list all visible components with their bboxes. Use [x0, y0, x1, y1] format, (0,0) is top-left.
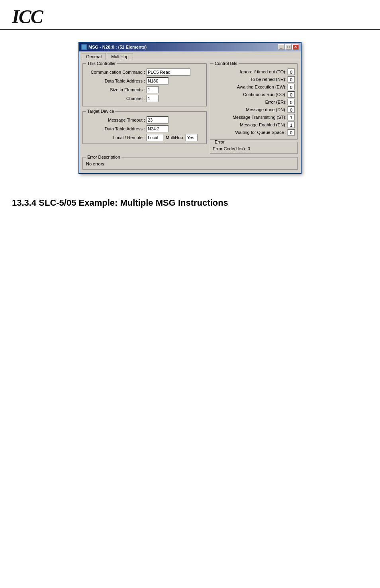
local-remote-row: Local / Remote : MultiHop:: [85, 134, 204, 141]
channel-row: Channel :: [85, 95, 204, 102]
target-data-table-row: Data Table Address :: [85, 125, 204, 132]
msg-timeout-row: Message Timeout :: [85, 116, 204, 124]
multihop-input[interactable]: [186, 134, 198, 141]
icc-logo: ICC: [12, 7, 43, 26]
bit-value-5: 0: [288, 106, 295, 113]
bit-value-1: 0: [288, 76, 295, 83]
data-table-address-row: Data Table Address :: [85, 77, 204, 85]
bit-label-0: Ignore if timed out (TO):: [240, 69, 286, 74]
bit-row-4: Error (ER): 0: [213, 99, 295, 105]
bit-label-6: Message Transmitting (ST):: [233, 115, 286, 120]
error-code-label: Error Code(Hex):: [213, 146, 246, 151]
channel-label: Channel :: [85, 96, 145, 101]
titlebar-buttons[interactable]: _ □ ✕: [278, 44, 299, 50]
control-bits-label: Control Bits: [214, 61, 239, 66]
error-code-row: Error Code(Hex): 0: [213, 146, 295, 151]
comm-command-label: Communication Command :: [85, 70, 145, 75]
error-desc-title: Error Description: [86, 155, 121, 159]
maximize-button[interactable]: □: [285, 44, 292, 50]
this-controller-group: This Controller Communication Command : …: [82, 63, 207, 106]
minimize-button[interactable]: _: [278, 44, 284, 50]
bit-value-8: 0: [288, 129, 295, 136]
bit-label-4: Error (ER):: [265, 100, 286, 104]
bit-value-0: 0: [288, 69, 295, 75]
target-data-table-label: Data Table Address :: [85, 126, 145, 131]
page-content: MSG - N20:0 : (51 Elements) _ □ ✕ Genera…: [0, 42, 380, 208]
bit-value-7: 1: [288, 122, 295, 128]
bit-value-2: 0: [288, 84, 295, 90]
error-desc-group: Error Description No errors: [82, 157, 298, 170]
tab-general[interactable]: General: [82, 53, 106, 60]
dialog-titlebar: MSG - N20:0 : (51 Elements) _ □ ✕: [79, 43, 301, 51]
data-table-address-label: Data Table Address :: [85, 79, 145, 83]
bit-label-5: Message done (DN):: [246, 107, 287, 112]
local-remote-label: Local / Remote :: [85, 135, 145, 140]
section-heading: 13.3.4 SLC-5/05 Example: Multiple MSG In…: [12, 198, 368, 208]
bit-label-2: Awaiting Execution (EW):: [237, 85, 286, 89]
dialog-wrapper: MSG - N20:0 : (51 Elements) _ □ ✕ Genera…: [12, 42, 368, 174]
target-device-group: Target Device Message Timeout : Data Tab…: [82, 111, 207, 144]
size-elements-input[interactable]: [147, 86, 159, 93]
comm-command-row: Communication Command :: [85, 69, 204, 76]
comm-command-input[interactable]: [147, 69, 190, 76]
dialog-icon: [81, 44, 87, 50]
bit-row-7: Message Enabled (EN): 1: [213, 122, 295, 128]
bit-label-8: Waiting for Queue Space :: [235, 130, 286, 135]
bit-row-0: Ignore if timed out (TO): 0: [213, 69, 295, 75]
msg-timeout-input[interactable]: [147, 116, 168, 124]
data-table-address-input[interactable]: [147, 77, 168, 85]
msg-timeout-label: Message Timeout :: [85, 118, 145, 122]
bit-label-7: Message Enabled (EN):: [240, 122, 286, 127]
local-remote-input[interactable]: [147, 134, 163, 141]
size-elements-row: Size in Elements :: [85, 86, 204, 93]
bit-value-6: 1: [288, 114, 295, 120]
error-group-label: Error: [214, 140, 225, 144]
size-elements-label: Size in Elements :: [85, 87, 145, 92]
bit-label-3: Continuous Run (CO):: [243, 92, 286, 97]
dialog-bottom: Error Description No errors: [79, 157, 301, 173]
dialog-tabs: General MultiHop: [79, 51, 301, 60]
bit-value-4: 0: [288, 99, 295, 105]
close-button[interactable]: ✕: [292, 44, 299, 50]
bit-row-3: Continuous Run (CO): 0: [213, 91, 295, 98]
this-controller-label: This Controller: [86, 61, 117, 66]
target-device-label: Target Device: [86, 109, 115, 114]
right-panel: Control Bits Ignore if timed out (TO): 0…: [210, 63, 298, 154]
error-desc-text: No errors: [85, 161, 295, 167]
error-code-value: 0: [248, 146, 250, 151]
dialog-body: This Controller Communication Command : …: [79, 60, 301, 157]
page-header: ICC: [0, 0, 380, 30]
bit-row-6: Message Transmitting (ST): 1: [213, 114, 295, 120]
tab-multihop[interactable]: MultiHop: [107, 53, 133, 60]
bit-row-1: To be retried (NR): 0: [213, 76, 295, 83]
dialog-title: MSG - N20:0 : (51 Elements): [88, 45, 147, 49]
bit-value-3: 0: [288, 91, 295, 98]
left-panel: This Controller Communication Command : …: [82, 63, 207, 154]
error-group: Error Error Code(Hex): 0: [210, 142, 298, 154]
msg-dialog: MSG - N20:0 : (51 Elements) _ □ ✕ Genera…: [78, 42, 302, 174]
bit-label-1: To be retried (NR):: [251, 77, 286, 82]
control-bits-group: Control Bits Ignore if timed out (TO): 0…: [210, 63, 298, 140]
channel-input[interactable]: [147, 95, 159, 102]
titlebar-left: MSG - N20:0 : (51 Elements): [81, 44, 147, 50]
bit-row-8: Waiting for Queue Space : 0: [213, 129, 295, 136]
bit-row-5: Message done (DN): 0: [213, 106, 295, 113]
bit-row-2: Awaiting Execution (EW): 0: [213, 84, 295, 90]
target-data-table-input[interactable]: [147, 125, 168, 132]
multihop-label: MultiHop:: [166, 135, 184, 140]
